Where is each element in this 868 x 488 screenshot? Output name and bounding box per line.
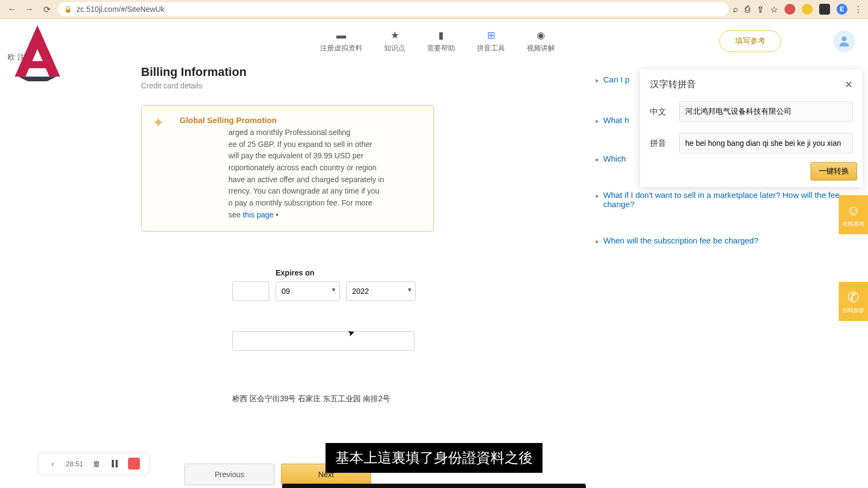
section-title: Billing Information xyxy=(141,65,434,79)
share-icon[interactable]: ⇪ xyxy=(757,4,764,15)
key-icon[interactable]: ⌕ xyxy=(733,4,738,14)
expiry-year-select[interactable]: 2022 xyxy=(346,281,416,301)
menu-icon[interactable]: ⋮ xyxy=(854,4,863,15)
expiry-month-select[interactable]: 09 xyxy=(276,281,340,301)
browser-toolbar: ← → ⟳ 🔒 zc.510jl.com/#/SiteNewUk ⌕ ⎙ ⇪ ☆… xyxy=(0,0,868,19)
nav-pinyin-tool[interactable]: ⊞ 拼音工具 xyxy=(477,29,505,53)
user-avatar[interactable] xyxy=(833,30,855,52)
url-text: zc.510jl.com/#/SiteNewUk xyxy=(76,5,165,14)
address-bar[interactable]: 🔒 zc.510jl.com/#/SiteNewUk xyxy=(58,2,729,16)
previous-button[interactable]: Previous xyxy=(184,464,275,485)
section-subtitle: Credit card details xyxy=(141,81,434,90)
caret-icon: ▸ xyxy=(596,237,599,245)
chinese-input[interactable] xyxy=(679,101,853,122)
video-back-button[interactable]: ‹ xyxy=(47,458,58,469)
svg-point-3 xyxy=(842,36,847,41)
promo-title: Global Selling Promotion xyxy=(180,115,423,125)
bottom-bar xyxy=(282,484,586,488)
svg-marker-0 xyxy=(15,25,60,77)
promo-badge-icon: ✦ xyxy=(152,114,164,131)
headset-icon: ☺ xyxy=(846,202,861,219)
expires-label: Expires on xyxy=(276,268,416,277)
caret-icon: ▸ xyxy=(596,192,599,200)
svg-rect-1 xyxy=(23,61,52,68)
nav-knowledge[interactable]: ★ 知识点 xyxy=(384,29,405,53)
pinyin-popup: 汉字转拼音 ✕ 中文 拼音 一键转换 xyxy=(640,69,863,187)
forward-button[interactable]: → xyxy=(23,3,36,16)
video-controls: ‹ 28:51 🗑 xyxy=(38,453,149,474)
nav-video[interactable]: ◉ 视频讲解 xyxy=(527,29,555,53)
video-time: 28:51 xyxy=(66,460,84,468)
fill-reference-button[interactable]: 填写参考 xyxy=(719,30,781,52)
star-icon: ★ xyxy=(388,29,401,41)
chinese-label: 中文 xyxy=(650,107,671,117)
promo-text: arged a monthly Professional selling ee … xyxy=(180,127,423,221)
close-icon[interactable]: ✕ xyxy=(845,79,853,91)
extension-yellow[interactable] xyxy=(802,4,813,15)
extension-red[interactable] xyxy=(784,4,795,15)
promo-box: ✦ Global Selling Promotion arged a month… xyxy=(141,105,434,232)
promo-link[interactable]: this page xyxy=(242,210,273,219)
extension-profile[interactable]: E xyxy=(837,4,847,15)
nav-register-data[interactable]: ▬ 注册虚拟资料 xyxy=(320,29,362,53)
reload-button[interactable]: ⟳ xyxy=(40,3,53,16)
translate-icon[interactable]: ⎙ xyxy=(745,4,750,14)
billing-section: Billing Information Credit card details … xyxy=(141,65,434,485)
faq-item[interactable]: ▸When will the subscription fee be charg… xyxy=(596,230,861,251)
delete-button[interactable]: 🗑 xyxy=(91,458,102,469)
site-header: 欧 注册 ▬ 注册虚拟资料 ★ 知识点 ▮ 需要帮助 ⊞ 拼音工具 ◉ 视频讲解… xyxy=(0,19,868,63)
convert-button[interactable]: 一键转换 xyxy=(810,162,857,181)
record-button[interactable] xyxy=(128,458,140,470)
pause-button[interactable] xyxy=(110,458,120,469)
svg-marker-2 xyxy=(18,76,56,81)
lock-icon: 🔒 xyxy=(64,5,72,13)
popup-title: 汉字转拼音 xyxy=(650,78,696,91)
caret-icon: ▸ xyxy=(596,156,599,163)
wechat-qr-button[interactable]: ✆ 扫码加群 xyxy=(839,282,868,321)
pinyin-output[interactable] xyxy=(679,133,853,153)
caret-icon: ▸ xyxy=(596,117,599,125)
wechat-icon: ✆ xyxy=(847,289,859,306)
online-chat-button[interactable]: ☺ 在线咨询 xyxy=(839,195,868,234)
bookmark-icon[interactable]: ☆ xyxy=(770,4,778,15)
billing-address-text: 桥西 区会宁街39号 石家庄 东五工业园 南排2号 xyxy=(232,394,434,404)
back-button[interactable]: ← xyxy=(5,3,18,16)
puzzle-icon: ⊞ xyxy=(484,29,497,41)
subtitle-caption: 基本上這裏填了身份證資料之後 xyxy=(326,443,542,473)
faq-item[interactable]: ▸What if I don't want to sell in a marke… xyxy=(596,185,861,214)
card-fragment-input[interactable] xyxy=(232,281,269,301)
site-logo xyxy=(8,22,78,76)
pinyin-label: 拼音 xyxy=(650,138,671,149)
book-icon: ▮ xyxy=(435,29,448,41)
expires-row: Expires on 09 2022 xyxy=(141,268,434,301)
browser-extensions: ⌕ ⎙ ⇪ ☆ E ⋮ xyxy=(733,4,863,15)
caret-icon: ▸ xyxy=(596,76,599,84)
extension-puzzle[interactable] xyxy=(819,4,830,15)
play-icon: ◉ xyxy=(534,29,547,41)
card-icon: ▬ xyxy=(335,29,348,41)
cardholder-input[interactable] xyxy=(232,331,414,351)
nav-help[interactable]: ▮ 需要帮助 xyxy=(427,29,455,53)
